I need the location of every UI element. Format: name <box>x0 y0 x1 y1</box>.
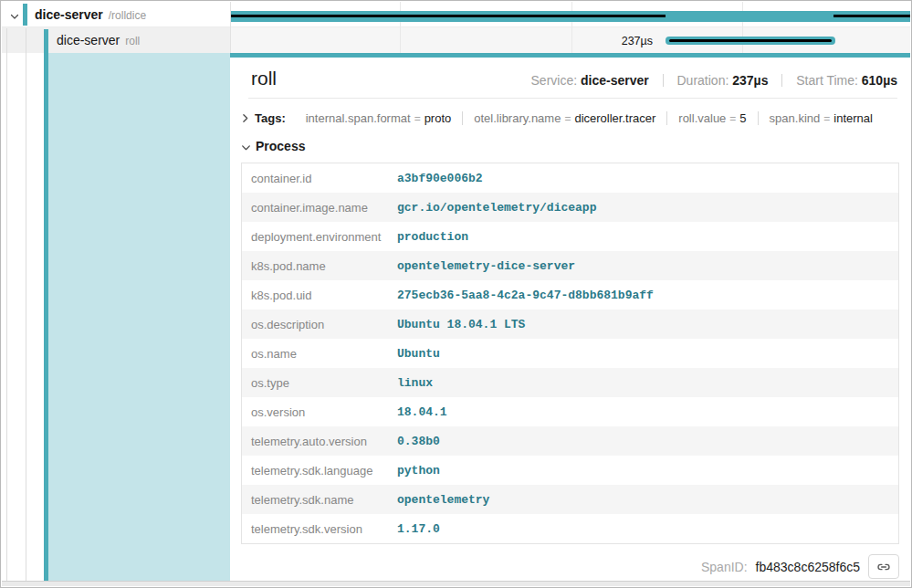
span-bar-roll[interactable] <box>666 37 835 45</box>
name-column-divider <box>230 2 231 53</box>
process-label: Process <box>256 139 305 153</box>
duration-label: Duration: <box>677 73 729 88</box>
chevron-down-icon[interactable] <box>9 9 20 20</box>
tags-section-toggle[interactable]: Tags: internal.span.format=proto otel.li… <box>239 107 897 129</box>
process-kv-table: container.ida3bf90e006b2 container.image… <box>241 163 899 544</box>
service-value: dice-server <box>581 73 649 88</box>
tags-label: Tags: <box>255 111 286 125</box>
timeline-gridline <box>400 2 401 53</box>
table-row: telemetry.auto.version0.38b0 <box>242 426 898 456</box>
tag-item: span.kind=internal <box>758 111 884 125</box>
chevron-down-icon[interactable] <box>240 141 252 152</box>
table-row: k8s.pod.nameopentelemetry-dice-server <box>242 251 898 280</box>
span-operation-title: roll <box>251 68 277 89</box>
bottom-scroll-strip[interactable] <box>2 581 910 586</box>
timeline-gridline <box>571 2 572 53</box>
service-name: dice-server <box>57 33 120 47</box>
table-row: telemetry.sdk.nameopentelemetry <box>242 485 898 514</box>
span-name-cell[interactable]: dice-server/rolldice <box>2 2 230 26</box>
separator <box>781 74 782 87</box>
span-color-bar <box>23 4 27 26</box>
span-summary: Service: dice-server Duration: 237µs Sta… <box>531 73 897 88</box>
link-icon <box>876 560 891 574</box>
tag-item: roll.value=5 <box>666 111 757 125</box>
selected-span-color-strip <box>44 29 48 581</box>
span-bar-rolldice[interactable] <box>231 11 910 22</box>
duration-value: 237µs <box>732 73 768 88</box>
table-row: os.nameUbuntu <box>242 339 898 368</box>
table-row: telemetry.sdk.version1.17.0 <box>242 514 898 543</box>
tree-guide-line <box>6 28 7 581</box>
table-row: os.descriptionUbuntu 18.04.1 LTS <box>242 310 898 339</box>
selected-span-tint-block <box>48 53 230 581</box>
table-row: deployment.environmentproduction <box>242 222 898 251</box>
critical-path-segment <box>833 15 910 17</box>
span-detail-header: roll Service: dice-server Duration: 237µ… <box>251 68 897 89</box>
span-detail-footer: SpanID: fb483c8c6258f6c5 <box>230 554 899 579</box>
table-row: k8s.pod.uid275ecb36-5aa8-4c2a-9c47-d8bb6… <box>242 280 898 310</box>
start-time-value: 610µs <box>862 73 897 88</box>
timeline-gridline <box>742 2 743 53</box>
spanid-label: SpanID: <box>701 560 748 574</box>
separator <box>663 74 664 87</box>
table-row: container.ida3bf90e006b2 <box>242 163 898 193</box>
span-row-rolldice[interactable]: dice-server/rolldice <box>2 2 910 27</box>
table-row: container.image.namegcr.io/opentelemetry… <box>242 193 898 222</box>
service-name: dice-server <box>35 7 103 22</box>
tag-item: internal.span.format=proto <box>295 111 463 125</box>
trace-timeline-view: dice-server/rolldice dice-serverroll 237… <box>0 0 912 588</box>
divider <box>248 98 897 99</box>
span-detail-panel: roll Service: dice-server Duration: 237µ… <box>230 53 910 581</box>
process-section-toggle[interactable]: Process <box>240 136 897 156</box>
span-row-roll[interactable]: dice-serverroll 237µs <box>2 27 910 53</box>
table-row: os.version18.04.1 <box>242 397 898 426</box>
spanid-value: fb483c8c6258f6c5 <box>756 560 860 574</box>
operation-name: /rolldice <box>109 9 146 22</box>
critical-path-segment <box>669 39 832 42</box>
critical-path-segment <box>231 15 666 17</box>
operation-name: roll <box>125 35 140 47</box>
tree-guide-line <box>26 28 26 581</box>
start-time-label: Start Time: <box>796 73 858 88</box>
chevron-right-icon[interactable] <box>239 112 251 124</box>
deep-link-button[interactable] <box>868 554 899 579</box>
span-duration-label: 237µs <box>578 35 653 47</box>
span-name-cell[interactable]: dice-serverroll <box>2 27 230 53</box>
service-label: Service: <box>531 73 578 88</box>
tag-item: otel.library.name=diceroller.tracer <box>462 111 666 125</box>
table-row: telemetry.sdk.languagepython <box>242 456 898 485</box>
table-row: os.typelinux <box>242 368 898 397</box>
